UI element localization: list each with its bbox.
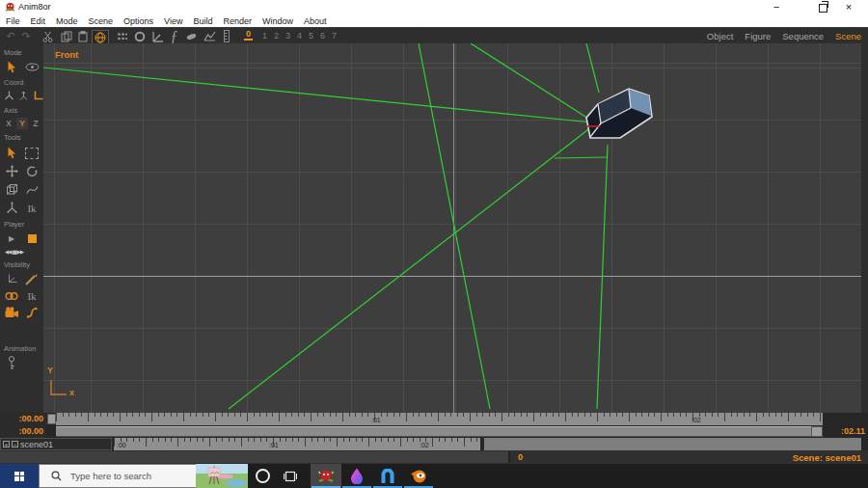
curve-tool-button[interactable] (23, 182, 41, 197)
task-view-icon (284, 471, 297, 482)
show-path-button[interactable] (23, 305, 41, 319)
go-start-button[interactable]: ◀◀ (5, 249, 11, 255)
leaf-icon-button[interactable] (184, 30, 199, 42)
menu-render[interactable]: Render (223, 16, 252, 26)
move-tool-button[interactable] (3, 164, 20, 178)
tab-scene[interactable]: Scene (835, 31, 861, 41)
maximize-button[interactable] (819, 4, 827, 13)
frame-1-button[interactable]: 1 (262, 31, 267, 41)
stop-button[interactable] (23, 231, 41, 246)
cut-button[interactable] (41, 30, 54, 42)
axis-z-button[interactable]: Z (30, 118, 41, 129)
frame-scrollbar-thumb[interactable] (0, 451, 510, 463)
timeline-left-handle[interactable] (47, 414, 56, 424)
show-camera-button[interactable] (3, 305, 20, 319)
play-button[interactable]: ▶ (3, 231, 20, 246)
viewport-right-gutter (861, 43, 868, 413)
blender-app-icon (411, 469, 427, 483)
locate-button[interactable] (92, 30, 109, 44)
timeline-right-handle[interactable] (811, 426, 823, 437)
graph-editor-button[interactable] (202, 30, 217, 42)
scale-tool-button[interactable] (3, 201, 20, 215)
frame-4-button[interactable]: 4 (297, 31, 302, 41)
redo-button[interactable]: ↷ (19, 30, 33, 42)
menu-window[interactable]: Window (262, 16, 293, 26)
axis-y-label: Y (47, 366, 53, 375)
scene-viewport[interactable]: Front Y x (43, 43, 861, 413)
editor-mode-tabs: Object Figure Sequence Scene (707, 31, 861, 41)
menu-mode[interactable]: Mode (56, 16, 78, 26)
ik-tool-button[interactable]: Ik (23, 201, 41, 215)
object-coord-button[interactable] (17, 90, 29, 103)
menu-options[interactable]: Options (123, 16, 153, 26)
point-edit-button[interactable] (115, 30, 129, 42)
taskbar-app-n[interactable] (372, 464, 403, 488)
taskbar-app-anim8or[interactable] (311, 464, 341, 488)
frame-6-button[interactable]: 6 (320, 31, 325, 41)
frame-5-button[interactable]: 5 (309, 31, 313, 41)
cube-icon (6, 183, 18, 196)
cube-tool-button[interactable] (3, 182, 20, 197)
animate-key-button[interactable] (3, 356, 20, 370)
menu-edit[interactable]: Edit (31, 16, 46, 26)
axis-y-button[interactable]: Y (16, 118, 28, 129)
track-ruler[interactable]: :00 :01 :02 (114, 438, 480, 450)
ik-label: Ik (27, 203, 36, 214)
close-button[interactable]: × (834, 0, 863, 14)
title-bar: Anim8or – × (0, 0, 868, 14)
frame-3-button[interactable]: 3 (285, 31, 290, 41)
task-view-button[interactable] (278, 464, 303, 488)
camera-object[interactable] (586, 89, 652, 138)
tool-sidebar: Mode Coord Axis X Y Z Tools (0, 43, 43, 413)
app-icon (5, 2, 15, 13)
copy-button[interactable] (59, 30, 73, 42)
frame-7-button[interactable]: 7 (332, 31, 337, 41)
search-input[interactable] (68, 470, 188, 482)
tab-object[interactable]: Object (707, 31, 733, 41)
screen-coord-button[interactable] (32, 90, 43, 103)
timeline-scrollbar-thumb[interactable] (56, 426, 811, 437)
taskbar-app-blender[interactable] (403, 464, 434, 488)
go-end-button[interactable]: ▶▶ (17, 249, 23, 255)
menu-build[interactable]: Build (193, 16, 212, 26)
show-brush-button[interactable] (23, 272, 41, 286)
ring-select-button[interactable] (132, 30, 147, 42)
menu-file[interactable]: File (6, 16, 20, 26)
search-highlight-painting[interactable] (196, 464, 248, 488)
minimize-button[interactable]: – (762, 0, 791, 14)
select-mode-button[interactable] (3, 60, 20, 74)
collapse-track-icon[interactable]: − (12, 441, 18, 447)
pause-button[interactable]: ▮▮ (12, 249, 15, 255)
select-tool-button[interactable] (3, 146, 20, 160)
tab-figure[interactable]: Figure (745, 31, 771, 41)
track-scrollbar[interactable] (482, 438, 861, 450)
rotate-tool-button[interactable] (23, 164, 41, 178)
view-mode-button[interactable] (23, 60, 41, 74)
menu-scene[interactable]: Scene (89, 16, 114, 26)
frame-2-button[interactable]: 2 (274, 31, 279, 41)
world-axes-icon (4, 91, 14, 101)
menu-view[interactable]: View (164, 16, 182, 26)
show-ik-button[interactable]: Ik (23, 288, 41, 303)
tab-sequence[interactable]: Sequence (782, 31, 824, 41)
show-axes-button[interactable] (3, 272, 20, 286)
cortana-button[interactable] (249, 464, 276, 488)
paste-button[interactable] (75, 30, 90, 42)
axis-x-button[interactable]: X (3, 118, 14, 129)
taskbar-app-droplet[interactable] (341, 464, 372, 488)
ruler-tool-button[interactable] (221, 30, 232, 42)
timeline-ruler[interactable]: :01 :02 (56, 413, 823, 425)
axes-tool-button[interactable] (149, 30, 165, 42)
start-button[interactable] (0, 464, 39, 488)
axes-icon (151, 31, 164, 42)
undo-button[interactable]: ↶ (4, 30, 17, 42)
scene-canvas[interactable] (43, 43, 861, 413)
menu-about[interactable]: About (304, 16, 327, 26)
fast-render-button[interactable]: ƒ (168, 30, 180, 42)
show-rings-button[interactable] (3, 288, 20, 303)
frame-0-button[interactable]: 0 (244, 29, 253, 41)
world-coord-button[interactable] (3, 90, 14, 103)
expand-all-icon[interactable]: + (3, 441, 10, 447)
track-header[interactable]: + − scene01 (0, 438, 112, 450)
marquee-select-button[interactable] (23, 146, 41, 160)
